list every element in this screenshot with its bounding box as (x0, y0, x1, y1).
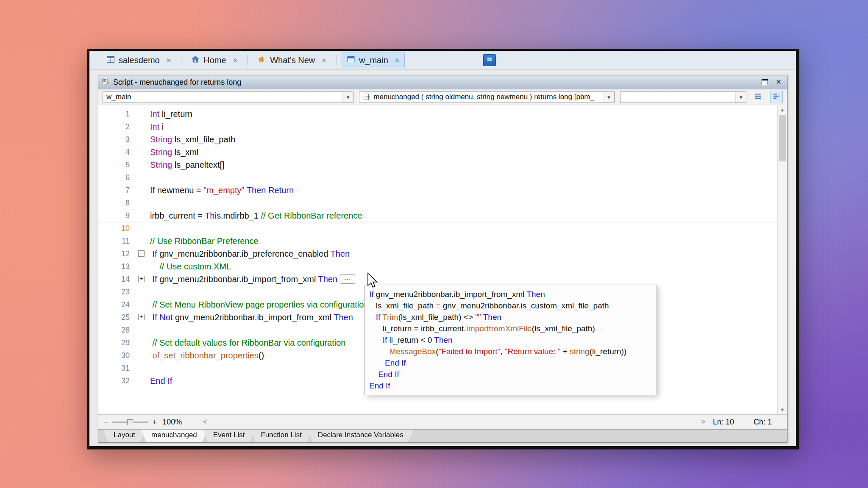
vertical-scrollbar[interactable]: ▲ ▼ (777, 105, 787, 414)
tab-home[interactable]: Home✕ (186, 53, 243, 68)
tab-w-main[interactable]: w_main✕ (342, 53, 405, 68)
code-line-13[interactable]: 13 // Use custom XML (98, 260, 778, 273)
line-number: 3 (98, 133, 135, 146)
code-token: li_return < 0 (387, 336, 434, 344)
code-line-11[interactable]: 11// Use RibbonBar Preference (98, 235, 778, 247)
outline-view-button[interactable] (770, 91, 783, 103)
fold-margin (135, 374, 150, 387)
close-icon: ✕ (776, 79, 781, 86)
code-token: // Use custom XML (150, 262, 231, 271)
bottom-tab-declare-instance-variables[interactable]: Declare Instance Variables (308, 430, 414, 442)
fold-margin (135, 260, 150, 273)
event-dropdown-value: menuchanged ( string oldmenu, string new… (373, 93, 603, 101)
code-token: If (383, 336, 387, 344)
tooltip-code-line: End If (369, 369, 652, 380)
code-token: This (205, 211, 221, 220)
grid-icon (106, 55, 115, 66)
tooltip-code-line: If gnv_menu2ribbonbar.ib_import_from_xml… (369, 288, 652, 300)
horizontal-scrollbar[interactable] (211, 419, 697, 424)
close-button[interactable]: ✕ (773, 78, 784, 87)
tab-label: Home (203, 55, 226, 65)
script-editor-window: Script - menuchanged for returns long ✕ … (98, 75, 787, 443)
code-line-3[interactable]: 3String ls_xml_file_path (98, 133, 778, 146)
line-number: 31 (98, 362, 135, 374)
fold-margin: − (135, 247, 150, 260)
fold-margin: + (135, 273, 150, 286)
zoom-in-button[interactable]: + (152, 418, 157, 426)
zoom-slider-thumb[interactable] (127, 419, 133, 425)
bottom-tab-menuchanged[interactable]: menuchanged (141, 430, 207, 442)
code-token: (li_return)) (590, 347, 627, 356)
script-title-bar[interactable]: Script - menuchanged for returns long ✕ (98, 75, 787, 89)
code-token: If (153, 313, 157, 322)
fold-margin (135, 324, 150, 336)
fold-margin (135, 209, 150, 222)
code-text: Int li_return (150, 108, 778, 120)
close-tab-icon[interactable]: ✕ (233, 57, 238, 64)
editor-status-bar: − + 100% < > Ln: 10 Ch: 1 (98, 414, 787, 429)
object-dropdown[interactable]: w_main ▾ (103, 92, 353, 103)
code-line-1[interactable]: 1Int li_return (98, 108, 778, 120)
fold-margin (135, 298, 150, 311)
list-view-button[interactable] (752, 91, 765, 103)
fold-margin (135, 286, 150, 298)
code-line-8[interactable]: 8 (98, 197, 778, 209)
line-number: 14 (98, 273, 135, 286)
code-token: newmenu = (155, 186, 203, 195)
current-line-number: 10 (98, 222, 135, 235)
code-token: End If (378, 370, 399, 379)
event-dropdown[interactable]: menuchanged ( string oldmenu, string new… (359, 92, 614, 103)
code-token: (ls_xml_file_path) (532, 324, 595, 333)
scroll-right-button[interactable]: > (701, 418, 705, 426)
code-token: String (150, 160, 172, 169)
line-number: 1 (98, 108, 135, 120)
extra-dropdown[interactable]: ▾ (620, 92, 747, 103)
code-text: // Use custom XML (150, 260, 778, 273)
line-number: 6 (98, 171, 135, 184)
code-line-4[interactable]: 4String ls_xml (98, 146, 778, 158)
zoom-out-button[interactable]: − (103, 418, 108, 426)
code-line-6[interactable]: 6 (98, 171, 778, 184)
code-text: If newmenu = "m_empty" Then Return (150, 184, 778, 197)
code-line-2[interactable]: 2Int i (98, 120, 778, 133)
close-tab-icon[interactable]: ✕ (321, 57, 327, 64)
expand-collapsed-code-button[interactable]: ... (340, 274, 355, 284)
code-line-12[interactable]: 12− If gnv_menu2ribbonbar.ib_preference_… (98, 247, 778, 260)
code-line-7[interactable]: 7If newmenu = "m_empty" Then Return (98, 184, 778, 197)
chevron-down-icon: ▾ (735, 92, 746, 103)
scroll-down-icon[interactable]: ▼ (778, 405, 787, 414)
code-editor[interactable]: 1Int li_return2Int i3String ls_xml_file_… (98, 105, 787, 414)
collapse-fold-icon[interactable]: − (138, 250, 145, 257)
maximize-button[interactable] (760, 78, 770, 87)
code-line-9[interactable]: 9irbb_current = This.mdirbb_1 // Get Rib… (98, 209, 778, 222)
code-line-10[interactable]: 10 (98, 222, 778, 235)
close-tab-icon[interactable]: ✕ (166, 57, 172, 64)
bottom-tab-layout[interactable]: Layout (103, 430, 145, 442)
tab-salesdemo[interactable]: salesdemo✕ (101, 53, 176, 68)
window-title: Script - menuchanged for returns long (113, 78, 756, 87)
bottom-tab-function-list[interactable]: Function List (250, 430, 312, 442)
line-number: 24 (98, 298, 135, 311)
code-line-14[interactable]: 14+ If gnv_menu2ribbonbar.ib_import_from… (98, 273, 778, 286)
expand-fold-icon[interactable]: + (138, 314, 145, 320)
scrollbar-thumb[interactable] (779, 115, 786, 161)
tab-label: What's New (270, 55, 315, 65)
code-token (369, 370, 378, 379)
code-line-5[interactable]: 5String ls_paneltext[] (98, 158, 778, 171)
scroll-left-button[interactable]: < (203, 418, 207, 426)
close-tab-icon[interactable]: ✕ (395, 57, 400, 64)
tab-separator (181, 55, 181, 65)
scroll-up-icon[interactable]: ▲ (778, 105, 787, 114)
expand-fold-icon[interactable]: + (138, 276, 145, 282)
zoom-slider[interactable] (112, 421, 148, 423)
line-number: 30 (98, 349, 135, 362)
code-text: If gnv_menu2ribbonbar.ib_import_from_xml… (150, 273, 778, 286)
code-token: (ls_xml_file_path) <> (398, 313, 476, 322)
line-number: 29 (98, 336, 135, 349)
tab-separator (248, 55, 248, 65)
bottom-tab-event-list[interactable]: Event List (203, 430, 255, 442)
tab-what-s-new[interactable]: What's New✕ (253, 53, 332, 68)
panel-button[interactable] (483, 54, 496, 66)
fold-margin (135, 133, 150, 146)
tab-separator (337, 55, 337, 65)
